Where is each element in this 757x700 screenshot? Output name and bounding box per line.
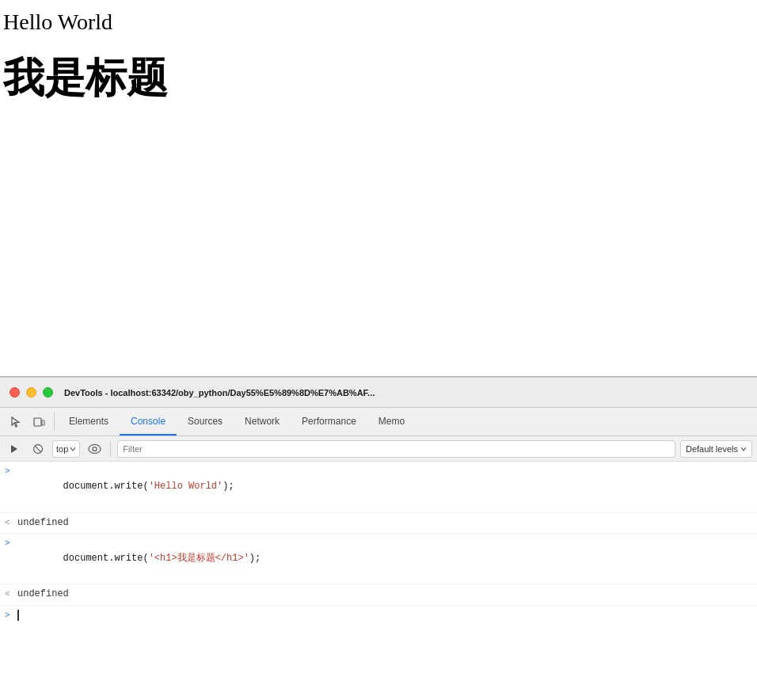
tab-divider	[54, 413, 55, 431]
input-arrow-2: >	[5, 536, 17, 551]
console-code-2: document.write('<h1>我是标题</h1>');	[17, 536, 752, 582]
svg-point-5	[89, 444, 101, 453]
device-toggle-icon[interactable]	[27, 408, 51, 436]
devtools-panel: DevTools - localhost:63342/oby_python/Da…	[0, 377, 757, 700]
devtools-tabs-bar: Elements Console Sources Network Perform…	[0, 408, 757, 436]
svg-rect-0	[34, 418, 41, 426]
levels-chevron-icon	[740, 446, 747, 452]
output-arrow-1: <	[5, 515, 17, 531]
console-undefined-2: undefined	[17, 587, 752, 602]
tab-console[interactable]: Console	[120, 408, 177, 436]
chevron-down-icon	[70, 446, 76, 452]
page-heading: 我是标题	[3, 51, 757, 106]
devtools-titlebar: DevTools - localhost:63342/oby_python/Da…	[0, 378, 757, 408]
default-levels-button[interactable]: Default levels	[680, 440, 752, 458]
browser-page: Hello World 我是标题	[0, 0, 757, 377]
console-output: > document.write('Hello World'); < undef…	[0, 462, 757, 700]
tab-network[interactable]: Network	[234, 408, 291, 436]
context-label: top	[56, 444, 68, 454]
clear-console-icon[interactable]	[29, 439, 48, 458]
console-cursor	[17, 610, 19, 621]
filter-input[interactable]	[117, 440, 675, 458]
context-selector[interactable]: top	[52, 440, 80, 458]
console-line: > document.write('Hello World');	[0, 462, 757, 513]
tab-memory[interactable]: Memo	[367, 408, 416, 436]
traffic-light-yellow[interactable]	[26, 387, 36, 398]
tab-performance[interactable]: Performance	[291, 408, 367, 436]
console-input-line[interactable]: >	[0, 606, 757, 626]
console-line: < undefined	[0, 584, 757, 605]
cursor-arrow: >	[5, 608, 17, 623]
svg-marker-2	[11, 445, 17, 453]
traffic-light-red[interactable]	[10, 387, 20, 398]
svg-point-6	[93, 447, 97, 451]
console-code-1: document.write('Hello World');	[17, 464, 752, 510]
console-line: < undefined	[0, 513, 757, 534]
run-script-icon[interactable]	[5, 439, 24, 458]
svg-line-4	[35, 446, 41, 452]
traffic-light-green[interactable]	[43, 387, 53, 398]
tab-elements[interactable]: Elements	[58, 408, 120, 436]
console-toolbar: top Default levels	[0, 436, 757, 462]
eye-icon[interactable]	[85, 439, 104, 458]
page-text: Hello World	[3, 10, 757, 35]
default-levels-label: Default levels	[686, 444, 738, 454]
cursor-inspect-icon[interactable]	[3, 408, 27, 436]
input-arrow-1: >	[5, 464, 17, 479]
svg-rect-1	[42, 420, 44, 425]
devtools-url: DevTools - localhost:63342/oby_python/Da…	[64, 388, 747, 398]
console-undefined-1: undefined	[17, 515, 752, 531]
tab-sources[interactable]: Sources	[177, 408, 234, 436]
output-arrow-2: <	[5, 587, 17, 602]
console-line: > document.write('<h1>我是标题</h1>');	[0, 534, 757, 585]
toolbar-divider	[110, 441, 111, 457]
